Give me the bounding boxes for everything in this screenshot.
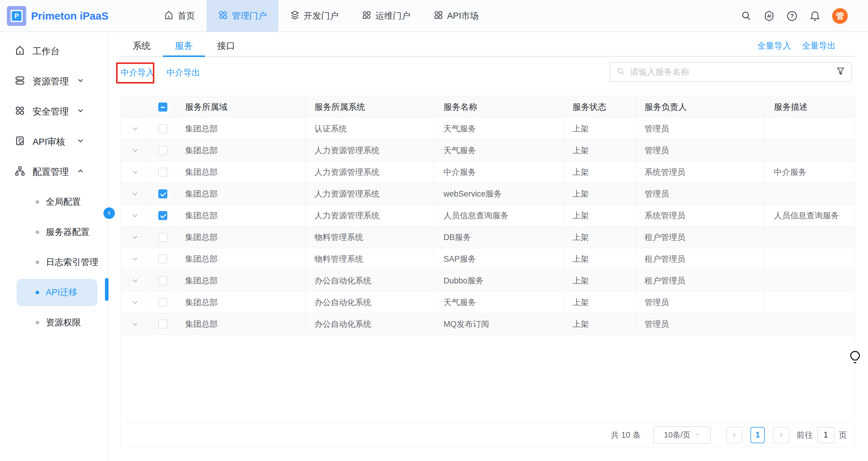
sidebar-subitem-log-index-mgmt[interactable]: 日志索引管理 xyxy=(0,247,108,277)
row-expand-chevron-icon[interactable] xyxy=(132,234,138,241)
sidebar-subitem-resource-permission[interactable]: 资源权限 xyxy=(0,308,108,338)
row-expand-chevron-icon[interactable] xyxy=(132,321,138,328)
cell-service-status: 上架 xyxy=(563,140,636,161)
cell-service-name: SAP服务 xyxy=(434,248,563,270)
sidebar-subitem-global-config[interactable]: 全局配置 xyxy=(0,187,108,217)
goto-label: 前往 xyxy=(797,430,813,440)
cell-service-desc xyxy=(765,226,855,248)
cell-service-system: 物料管理系统 xyxy=(305,248,434,270)
sidebar-collapse-button[interactable]: ‹ xyxy=(103,208,115,219)
tips-lightbulb-icon[interactable] xyxy=(849,350,861,370)
cell-service-desc xyxy=(765,183,855,205)
row-expand-chevron-icon[interactable] xyxy=(132,277,138,284)
table-row: 集团总部 物料管理系统 DB服务 上架 租户管理员 xyxy=(121,226,855,248)
ai-assistant-icon[interactable]: AI xyxy=(764,10,775,22)
chevron-down-icon xyxy=(695,431,700,439)
full-export-link[interactable]: 全量导出 xyxy=(802,40,836,52)
service-search-input[interactable] xyxy=(630,67,836,77)
tab-bar: 系统 服务 接口 全量导入 全量导出 xyxy=(121,36,855,57)
nav-item-admin-portal[interactable]: 管理门户 xyxy=(207,0,278,32)
prev-page-button[interactable]: ‹ xyxy=(726,427,743,443)
goto-page-input[interactable] xyxy=(817,427,835,443)
current-page-button[interactable]: 1 xyxy=(750,427,765,443)
home-icon xyxy=(14,45,33,58)
cell-service-domain: 集团总部 xyxy=(176,183,305,205)
tab-service[interactable]: 服务 xyxy=(163,35,205,56)
cell-service-desc xyxy=(765,313,855,335)
notification-bell-icon[interactable] xyxy=(809,10,821,22)
cell-service-owner: 租户管理员 xyxy=(636,248,765,270)
row-checkbox[interactable] xyxy=(158,167,167,177)
column-header-domain: 服务所属域 xyxy=(176,96,305,118)
layers-icon xyxy=(290,10,300,22)
row-checkbox[interactable] xyxy=(158,319,167,329)
table-header: 服务所属域 服务所属系统 服务名称 服务状态 服务负责人 服务描述 xyxy=(121,96,855,118)
table-row: 集团总部 人力资源管理系统 天气服务 上架 管理员 xyxy=(121,140,855,161)
column-header-status: 服务状态 xyxy=(563,96,636,118)
row-expand-chevron-icon[interactable] xyxy=(132,256,138,262)
cell-service-status: 上架 xyxy=(563,291,636,313)
brand-logo: P Primeton iPaaS xyxy=(7,6,108,26)
search-icon[interactable] xyxy=(741,10,752,22)
row-checkbox[interactable] xyxy=(158,276,167,285)
app-header: P Primeton iPaaS 首页 管理门户 开发门户 运维门 xyxy=(0,0,868,32)
logo-icon: P xyxy=(7,6,26,26)
column-header-name: 服务名称 xyxy=(434,96,563,118)
table-body: 集团总部 认证系统 天气服务 上架 管理员 集团总部 人力资源管理系统 天气服务… xyxy=(121,118,855,335)
sidebar-subitem-server-config[interactable]: 服务器配置 xyxy=(0,217,108,247)
bulk-links: 全量导入 全量导出 xyxy=(757,40,855,52)
next-page-button[interactable]: › xyxy=(773,427,789,443)
row-expand-chevron-icon[interactable] xyxy=(132,125,138,132)
user-avatar[interactable]: 管 xyxy=(832,8,848,24)
cell-service-system: 人力资源管理系统 xyxy=(305,140,434,161)
table-row: 集团总部 办公自动化系统 天气服务 上架 管理员 xyxy=(121,291,855,313)
table-row: 集团总部 人力资源管理系统 中介服务 上架 系统管理员 中介服务 xyxy=(121,161,855,183)
sidebar-item-resource-mgmt[interactable]: 资源管理 xyxy=(0,66,108,96)
table-row: 集团总部 办公自动化系统 MQ发布订阅 上架 管理员 xyxy=(121,313,855,335)
page-size-select[interactable]: 10条/页 xyxy=(653,426,711,444)
nav-item-dev-portal[interactable]: 开发门户 xyxy=(278,0,350,32)
broker-import-button[interactable]: 中介导入 xyxy=(121,67,154,79)
sidebar-subitem-api-migration[interactable]: API迁移 xyxy=(0,277,108,308)
cell-service-status: 上架 xyxy=(563,183,636,205)
cell-service-domain: 集团总部 xyxy=(176,118,305,139)
cell-service-name: 人员信息查询服务 xyxy=(434,205,563,226)
row-checkbox[interactable] xyxy=(158,124,167,133)
cell-service-system: 人力资源管理系统 xyxy=(305,183,434,205)
cell-service-system: 认证系统 xyxy=(305,118,434,139)
logo-letter: P xyxy=(12,11,22,21)
filter-funnel-icon[interactable] xyxy=(836,67,845,78)
row-checkbox[interactable] xyxy=(158,298,167,307)
row-checkbox[interactable] xyxy=(158,233,167,242)
cell-service-domain: 集团总部 xyxy=(176,248,305,270)
tab-system[interactable]: 系统 xyxy=(121,35,163,56)
row-checkbox[interactable] xyxy=(158,189,167,198)
row-expand-chevron-icon[interactable] xyxy=(132,147,138,154)
help-icon[interactable]: ? xyxy=(786,10,798,22)
cell-service-status: 上架 xyxy=(563,118,636,139)
row-checkbox[interactable] xyxy=(158,211,167,220)
row-expand-chevron-icon[interactable] xyxy=(132,190,138,197)
select-all-checkbox[interactable] xyxy=(158,102,167,112)
row-checkbox[interactable] xyxy=(158,146,167,155)
cell-service-status: 上架 xyxy=(563,161,636,183)
nav-item-ops-portal[interactable]: 运维门户 xyxy=(350,0,422,32)
row-expand-chevron-icon[interactable] xyxy=(132,169,138,176)
sidebar-item-api-review[interactable]: API审核 xyxy=(0,127,108,157)
row-expand-chevron-icon[interactable] xyxy=(132,212,138,219)
sidebar-item-workbench[interactable]: 工作台 xyxy=(0,36,108,66)
full-import-link[interactable]: 全量导入 xyxy=(757,40,791,52)
sidebar-item-security-mgmt[interactable]: 安全管理 xyxy=(0,96,108,127)
cell-service-name: webService服务 xyxy=(434,183,563,205)
sidebar-item-config-mgmt[interactable]: 配置管理 xyxy=(0,157,108,187)
cell-service-status: 上架 xyxy=(563,270,636,291)
bullet-dot-icon xyxy=(36,200,39,204)
nav-item-home[interactable]: 首页 xyxy=(152,0,207,32)
server-icon xyxy=(14,75,33,88)
cell-service-domain: 集团总部 xyxy=(176,270,305,291)
row-checkbox[interactable] xyxy=(158,254,167,264)
tab-interface[interactable]: 接口 xyxy=(205,35,247,56)
nav-item-api-market[interactable]: API市场 xyxy=(422,0,490,32)
broker-export-button[interactable]: 中介导出 xyxy=(166,67,200,79)
row-expand-chevron-icon[interactable] xyxy=(132,299,138,306)
